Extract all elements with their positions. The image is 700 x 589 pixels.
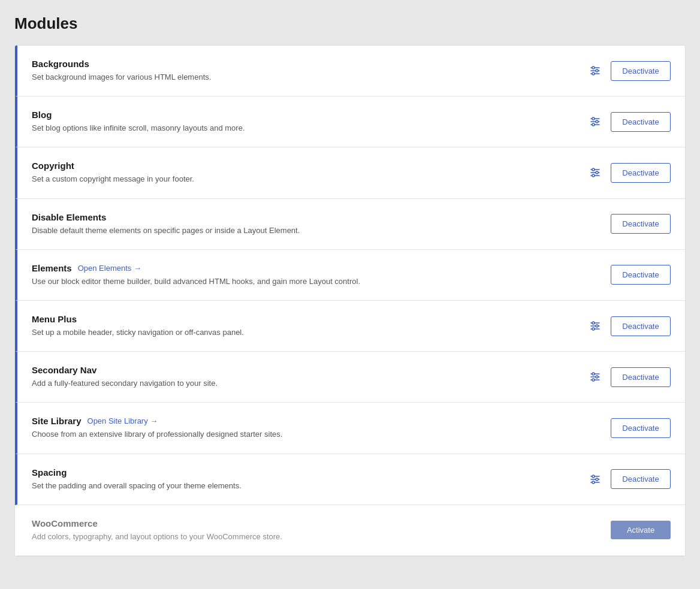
module-row-site-library: Site LibraryOpen Site Library →Choose fr…: [15, 403, 685, 454]
svg-point-34: [596, 478, 598, 481]
module-info-blog: BlogSet blog options like infinite scrol…: [32, 110, 588, 134]
module-name-blog: Blog: [32, 110, 52, 120]
module-actions-blog: Deactivate: [588, 112, 671, 132]
svg-point-27: [592, 373, 595, 375]
module-actions-spacing: Deactivate: [588, 469, 671, 489]
module-name-woocommerce: WooCommerce: [32, 518, 98, 528]
module-actions-secondary-nav: Deactivate: [588, 367, 671, 387]
module-row-elements: ElementsOpen Elements →Use our block edi…: [15, 250, 685, 301]
svg-point-5: [592, 73, 595, 75]
module-row-woocommerce: WooCommerceAdd colors, typography, and l…: [15, 505, 685, 556]
deactivate-button-copyright[interactable]: Deactivate: [611, 163, 671, 183]
module-desc-disable-elements: Disable default theme elements on specif…: [32, 225, 611, 236]
svg-point-11: [592, 123, 595, 126]
module-info-secondary-nav: Secondary NavAdd a fully-featured second…: [32, 365, 588, 389]
module-info-copyright: CopyrightSet a custom copyright message …: [32, 161, 588, 185]
svg-point-35: [592, 481, 595, 484]
module-info-spacing: SpacingSet the padding and overall spaci…: [32, 467, 588, 491]
settings-icon-backgrounds[interactable]: [588, 64, 602, 78]
module-actions-backgrounds: Deactivate: [588, 61, 671, 81]
module-actions-disable-elements: Deactivate: [611, 214, 671, 234]
module-name-site-library: Site Library: [32, 416, 82, 426]
svg-point-21: [592, 322, 595, 324]
deactivate-button-spacing[interactable]: Deactivate: [611, 469, 671, 489]
svg-point-3: [592, 67, 595, 69]
deactivate-button-site-library[interactable]: Deactivate: [611, 418, 671, 438]
module-desc-site-library: Choose from an extensive library of prof…: [32, 429, 611, 440]
modules-container: BackgroundsSet background images for var…: [14, 45, 686, 557]
deactivate-button-secondary-nav[interactable]: Deactivate: [611, 367, 671, 387]
settings-icon-secondary-nav[interactable]: [588, 370, 602, 384]
module-actions-woocommerce: Activate: [611, 521, 671, 539]
module-info-menu-plus: Menu PlusSet up a mobile header, sticky …: [32, 314, 588, 338]
page-title: Modules: [14, 14, 686, 33]
deactivate-button-elements[interactable]: Deactivate: [611, 265, 671, 285]
module-name-disable-elements: Disable Elements: [32, 212, 106, 222]
module-name-copyright: Copyright: [32, 161, 74, 171]
deactivate-button-backgrounds[interactable]: Deactivate: [611, 61, 671, 81]
module-desc-elements: Use our block editor theme builder, buil…: [32, 276, 611, 287]
module-name-menu-plus: Menu Plus: [32, 314, 77, 324]
module-desc-spacing: Set the padding and overall spacing of y…: [32, 481, 588, 491]
module-desc-blog: Set blog options like infinite scroll, m…: [32, 123, 588, 134]
module-actions-elements: Deactivate: [611, 265, 671, 285]
svg-point-10: [596, 120, 598, 123]
module-actions-menu-plus: Deactivate: [588, 316, 671, 336]
svg-point-9: [592, 117, 595, 120]
settings-icon-menu-plus[interactable]: [588, 319, 602, 333]
module-info-site-library: Site LibraryOpen Site Library →Choose fr…: [32, 416, 611, 440]
module-desc-copyright: Set a custom copyright message in your f…: [32, 174, 588, 185]
module-actions-copyright: Deactivate: [588, 163, 671, 183]
module-desc-menu-plus: Set up a mobile header, sticky navigatio…: [32, 327, 588, 338]
svg-point-33: [592, 475, 595, 478]
settings-icon-blog[interactable]: [588, 114, 602, 129]
svg-point-29: [592, 379, 595, 381]
deactivate-button-blog[interactable]: Deactivate: [611, 112, 671, 132]
deactivate-button-menu-plus[interactable]: Deactivate: [611, 316, 671, 336]
svg-point-4: [596, 70, 598, 72]
module-row-copyright: CopyrightSet a custom copyright message …: [15, 147, 685, 198]
settings-icon-spacing[interactable]: [588, 472, 602, 487]
module-row-disable-elements: Disable ElementsDisable default theme el…: [15, 199, 685, 250]
module-desc-woocommerce: Add colors, typography, and layout optio…: [32, 531, 611, 542]
module-row-blog: BlogSet blog options like infinite scrol…: [15, 96, 685, 147]
svg-point-28: [596, 376, 598, 378]
module-link-site-library[interactable]: Open Site Library →: [88, 416, 158, 425]
module-name-backgrounds: Backgrounds: [32, 59, 89, 69]
svg-point-16: [596, 171, 598, 174]
module-info-disable-elements: Disable ElementsDisable default theme el…: [32, 212, 611, 236]
module-name-elements: Elements: [32, 263, 72, 273]
module-actions-site-library: Deactivate: [611, 418, 671, 438]
svg-point-23: [592, 328, 595, 330]
svg-point-15: [592, 168, 595, 171]
module-info-woocommerce: WooCommerceAdd colors, typography, and l…: [32, 518, 611, 542]
module-row-spacing: SpacingSet the padding and overall spaci…: [15, 454, 685, 505]
deactivate-button-disable-elements[interactable]: Deactivate: [611, 214, 671, 234]
module-name-secondary-nav: Secondary Nav: [32, 365, 96, 375]
module-name-spacing: Spacing: [32, 467, 67, 478]
module-info-backgrounds: BackgroundsSet background images for var…: [32, 59, 588, 83]
module-link-elements[interactable]: Open Elements →: [78, 264, 141, 273]
activate-button-woocommerce[interactable]: Activate: [611, 521, 671, 539]
module-row-menu-plus: Menu PlusSet up a mobile header, sticky …: [15, 301, 685, 352]
svg-point-22: [596, 325, 598, 327]
svg-point-17: [592, 174, 595, 177]
module-row-secondary-nav: Secondary NavAdd a fully-featured second…: [15, 352, 685, 403]
module-info-elements: ElementsOpen Elements →Use our block edi…: [32, 263, 611, 287]
module-desc-backgrounds: Set background images for various HTML e…: [32, 72, 588, 83]
settings-icon-copyright[interactable]: [588, 165, 602, 180]
module-row-backgrounds: BackgroundsSet background images for var…: [15, 46, 685, 96]
module-desc-secondary-nav: Add a fully-featured secondary navigatio…: [32, 378, 588, 389]
